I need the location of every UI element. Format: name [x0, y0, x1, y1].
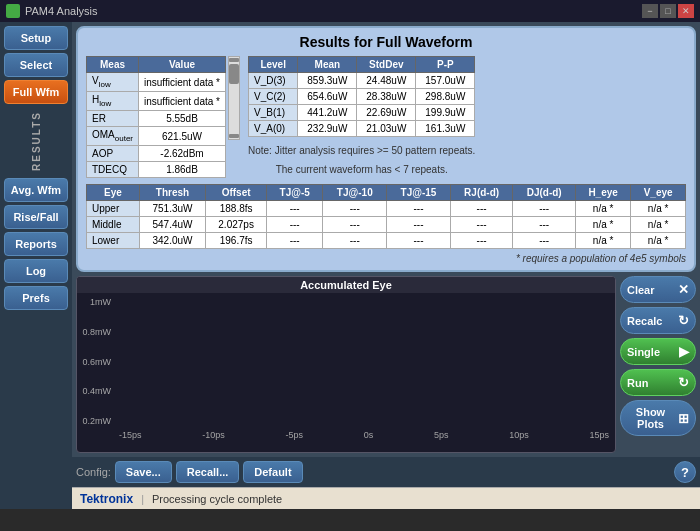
table-row: V_C(2) 654.6uW 28.38uW 298.8uW: [249, 89, 475, 105]
x-label-0: 0s: [364, 430, 374, 448]
level-va0-pp: 161.3uW: [416, 121, 475, 137]
table-row: V_A(0) 232.9uW 21.03uW 161.3uW: [249, 121, 475, 137]
sidebar-item-avgwfm[interactable]: Avg. Wfm: [4, 178, 68, 202]
table-row: Vlow insufficient data *: [87, 73, 226, 92]
maximize-button[interactable]: □: [660, 4, 676, 18]
sidebar-item-fullwfm[interactable]: Full Wfm: [4, 80, 68, 104]
meas-aop-label: AOP: [87, 146, 139, 162]
table-row: AOP -2.62dBm: [87, 146, 226, 162]
eye-header-thresh: Thresh: [139, 185, 206, 201]
x-label-n5: -5ps: [285, 430, 303, 448]
eye-table: Eye Thresh Offset TJ@-5 TJ@-10 TJ@-15 RJ…: [86, 184, 686, 249]
clear-icon: ✕: [678, 282, 689, 297]
note2: The current waveform has < 7 repeats.: [248, 164, 475, 175]
eye-header-veye: V_eye: [631, 185, 686, 201]
table-row: V_D(3) 859.3uW 24.48uW 157.0uW: [249, 73, 475, 89]
y-label-08mw: 0.8mW: [79, 327, 111, 337]
y-axis: 1mW 0.8mW 0.6mW 0.4mW 0.2mW: [77, 293, 113, 430]
eye-lower: Lower: [87, 233, 140, 249]
app-icon: [6, 4, 20, 18]
eye-header-tj5: TJ@-5: [266, 185, 322, 201]
config-label: Config:: [76, 466, 111, 478]
window-controls: − □ ✕: [642, 4, 694, 18]
level-vc2-pp: 298.8uW: [416, 89, 475, 105]
level-header-level: Level: [249, 57, 298, 73]
eye-header-offset: Offset: [206, 185, 267, 201]
level-vd3-mean: 859.3uW: [298, 73, 357, 89]
level-vc2-std: 28.38uW: [357, 89, 416, 105]
eye-header-tj15: TJ@-15: [387, 185, 451, 201]
level-vc2-mean: 654.6uW: [298, 89, 357, 105]
level-header-pp: P-P: [416, 57, 475, 73]
level-vb1-pp: 199.9uW: [416, 105, 475, 121]
table-row: Hlow insufficient data *: [87, 92, 226, 111]
meas-er-value: 5.55dB: [139, 111, 226, 127]
meas-vlow-value: insufficient data *: [139, 73, 226, 92]
eye-note: * requires a population of 4e5 symbols: [86, 253, 686, 264]
level-va0-mean: 232.9uW: [298, 121, 357, 137]
save-button[interactable]: Save...: [115, 461, 172, 483]
meas-er-label: ER: [87, 111, 139, 127]
recall-button[interactable]: Recall...: [176, 461, 240, 483]
single-label: Single: [627, 346, 660, 358]
scrollbar[interactable]: [228, 56, 240, 140]
minimize-button[interactable]: −: [642, 4, 658, 18]
eye-upper: Upper: [87, 201, 140, 217]
level-va0-std: 21.03uW: [357, 121, 416, 137]
run-button[interactable]: Run ↻: [620, 369, 696, 396]
meas-header-meas: Meas: [87, 57, 139, 73]
level-vd3-std: 24.48uW: [357, 73, 416, 89]
sidebar-item-setup[interactable]: Setup: [4, 26, 68, 50]
meas-oma-label: OMAouter: [87, 127, 139, 146]
showplots-button[interactable]: Show Plots ⊞: [620, 400, 696, 436]
help-button[interactable]: ?: [674, 461, 696, 483]
right-buttons: Clear ✕ Recalc ↻ Single ▶ Run ↻: [620, 276, 696, 453]
x-label-15: 15ps: [589, 430, 609, 448]
sidebar-item-select[interactable]: Select: [4, 53, 68, 77]
table-row: ER 5.55dB: [87, 111, 226, 127]
level-vb1-mean: 441.2uW: [298, 105, 357, 121]
bottom-row: Config: Save... Recall... Default ?: [72, 457, 700, 487]
x-label-n15: -15ps: [119, 430, 142, 448]
table-row: V_B(1) 441.2uW 22.69uW 199.9uW: [249, 105, 475, 121]
level-table: Level Mean StdDev P-P V_D(3) 859.3uW 24.…: [248, 56, 475, 137]
note1: Note: Jitter analysis requires >= 50 pat…: [248, 145, 475, 156]
showplots-icon: ⊞: [678, 411, 689, 426]
single-button[interactable]: Single ▶: [620, 338, 696, 365]
eye-title: Accumulated Eye: [77, 277, 615, 293]
sidebar-item-reports[interactable]: Reports: [4, 232, 68, 256]
x-label-10: 10ps: [509, 430, 529, 448]
meas-header-value: Value: [139, 57, 226, 73]
tektronix-logo: Tektronix: [80, 492, 133, 506]
clear-button[interactable]: Clear ✕: [620, 276, 696, 303]
level-header-mean: Mean: [298, 57, 357, 73]
recalc-button[interactable]: Recalc ↻: [620, 307, 696, 334]
eye-header-rj: RJ(d-d): [450, 185, 513, 201]
meas-oma-value: 621.5uW: [139, 127, 226, 146]
meas-table: Meas Value Vlow insufficient data * Hlow…: [86, 56, 226, 178]
panel-title: Results for Full Waveform: [86, 34, 686, 50]
eye-header-eye: Eye: [87, 185, 140, 201]
table-row: OMAouter 621.5uW: [87, 127, 226, 146]
eye-section: Accumulated Eye 1mW 0.8mW 0.6mW 0.4mW 0.…: [76, 276, 696, 453]
level-vd3: V_D(3): [249, 73, 298, 89]
sidebar-item-log[interactable]: Log: [4, 259, 68, 283]
meas-tdecq-value: 1.86dB: [139, 162, 226, 178]
meas-hlow-label: Hlow: [87, 92, 139, 111]
run-icon: ↻: [678, 375, 689, 390]
meas-hlow-value: insufficient data *: [139, 92, 226, 111]
eye-header-heye: H_eye: [575, 185, 630, 201]
showplots-label: Show Plots: [627, 406, 674, 430]
status-message: Processing cycle complete: [152, 493, 282, 505]
recalc-icon: ↻: [678, 313, 689, 328]
close-button[interactable]: ✕: [678, 4, 694, 18]
sidebar-item-risefall[interactable]: Rise/Fall: [4, 205, 68, 229]
content-area: Results for Full Waveform Meas Value Vlo…: [72, 22, 700, 457]
meas-aop-value: -2.62dBm: [139, 146, 226, 162]
meas-tdecq-label: TDECQ: [87, 162, 139, 178]
default-button[interactable]: Default: [243, 461, 302, 483]
status-bar: Tektronix | Processing cycle complete: [72, 487, 700, 509]
sidebar-item-prefs[interactable]: Prefs: [4, 286, 68, 310]
single-icon: ▶: [679, 344, 689, 359]
table-row: Upper 751.3uW 188.8fs --- --- --- --- --…: [87, 201, 686, 217]
